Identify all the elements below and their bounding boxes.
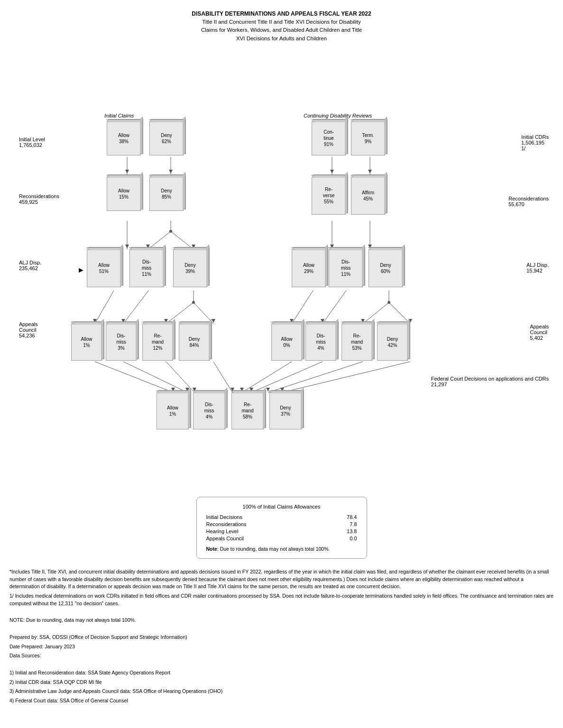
box-dismiss-alj: Dis- miss 11% (129, 249, 164, 287)
box-affirm-label: Affirm (362, 190, 374, 196)
title-line3: Claims for Workers, Widows, and Disabled… (9, 26, 554, 34)
box-allow-fed-label: Allow (167, 405, 178, 411)
title-line4: XVI Decisions for Adults and Children (9, 35, 554, 43)
ac-left-label: Appeals Council (19, 321, 38, 333)
svg-point-53 (169, 230, 172, 233)
level-label-federal: Federal Court Decisions on applications … (431, 376, 549, 387)
box-allow-alj-cdr-pct: 29% (304, 268, 314, 274)
level-label-ac-right: Appeals Council 5,402 (530, 324, 549, 341)
summary-recon-value: 7.8 (350, 521, 357, 527)
alj-right-value: 15,942 (526, 268, 549, 273)
box-dismiss-alj-cdr-pct: 11% (341, 271, 351, 277)
box-term-cdr: Term. 9% (351, 121, 385, 155)
main-title: DISABILITY DETERMINATIONS AND APPEALS FI… (9, 9, 554, 18)
box-dismiss-ac-cdr: Dis- miss 4% (305, 324, 336, 361)
box-deny-initial-label: Deny (161, 132, 172, 138)
ac-right-label: Appeals Council (530, 324, 549, 335)
summary-row-hearing: Hearing Level 13.8 (206, 528, 357, 534)
box-allow-ac: Allow 1% (71, 324, 102, 361)
box-deny-ac-pct: 84% (189, 342, 199, 348)
level-label-recon-left: Reconsiderations 459,925 (19, 193, 59, 205)
box-allow-fed: Allow 1% (157, 392, 189, 429)
cdr-label: Initial CDRs (521, 134, 549, 140)
svg-line-13 (123, 291, 148, 324)
summary-title: 100% of Initial Claims Allowances (206, 504, 357, 510)
svg-line-9 (171, 231, 194, 249)
box-dismiss-alj-cdr: Dis- miss 11% (329, 249, 363, 287)
level-label-recon-right: Reconsiderations 55,670 (508, 196, 549, 207)
title-section: DISABILITY DETERMINATIONS AND APPEALS FI… (9, 9, 554, 43)
svg-line-22 (213, 362, 232, 392)
level-initial-value: 1,765,032 (19, 142, 45, 148)
alj-arrow: ► (77, 266, 85, 274)
svg-marker-3 (169, 170, 173, 173)
level-label-alj-left: ALJ Disp. 235,462 (19, 260, 41, 271)
svg-marker-1 (125, 170, 129, 173)
box-allow-alj-cdr-label: Allow (303, 262, 314, 268)
footnote-prepared: Prepared by: SSA, ODSSI (Office of Decis… (9, 634, 554, 641)
federal-label: Federal Court Decisions on applications … (431, 376, 549, 382)
box-remand-ac-label: Re- mand (152, 333, 164, 345)
level-label-initial: Initial Level 1,765,032 (19, 136, 45, 148)
summary-hearing-value: 13.8 (347, 528, 357, 534)
summary-recon-label: Reconsiderations (206, 521, 247, 527)
footnote-source-3: 3) Administrative Law Judge and Appeals … (9, 688, 554, 695)
box-allow-ac-cdr-label: Allow (281, 336, 293, 342)
summary-row-ac: Appeals Council 0.0 (206, 536, 357, 541)
footnote-rounding: NOTE: Due to rounding, data may not alwa… (9, 617, 554, 624)
recon-right-label: Reconsiderations (508, 196, 549, 201)
box-dismiss-ac-cdr-label: Dis- miss (316, 333, 326, 345)
box-allow-initial: Allow 38% (107, 121, 141, 155)
svg-line-49 (268, 362, 363, 392)
svg-line-26 (123, 362, 187, 392)
footnote-date: Date Prepared: January 2023 (9, 643, 554, 651)
svg-line-16 (166, 302, 194, 324)
svg-line-51 (282, 362, 410, 392)
svg-line-41 (363, 302, 389, 324)
box-dismiss-alj-pct: 11% (142, 271, 151, 277)
box-allow-ac-cdr-pct: 0% (283, 342, 290, 348)
svg-line-43 (389, 302, 410, 324)
diagram-area: Initial Claims Continuing Disability Rev… (9, 51, 554, 487)
box-allow-initial-label: Allow (118, 132, 129, 138)
recon-right-value: 55,670 (508, 201, 549, 207)
box-deny-recon: Deny 85% (149, 177, 184, 211)
box-deny-alj-label: Deny (185, 262, 195, 268)
alj-right-label: ALJ Disp. (526, 262, 549, 268)
summary-rows: Initial Decisions 78.4 Reconsiderations … (206, 514, 357, 541)
summary-note: Note: Due to rounding, data may not alwa… (206, 546, 357, 552)
federal-value: 21,297 (431, 382, 549, 387)
box-allow-initial-pct: 38% (119, 138, 129, 145)
box-deny-ac-cdr-pct: 42% (388, 342, 397, 348)
box-remand-ac-cdr-label: Re- mand (351, 333, 363, 345)
footnote-source-1: 1) Initial and Reconsideration data: SSA… (9, 669, 554, 677)
box-deny-fed: Deny 37% (269, 392, 302, 429)
ac-right-value: 5,402 (530, 335, 549, 341)
footnote-source-2: 2) Initial CDR data: SSA OQP CDR MI file (9, 679, 554, 686)
svg-marker-5 (125, 245, 129, 248)
summary-row-initial: Initial Decisions 78.4 (206, 514, 357, 520)
col-header-cdr: Continuing Disability Reviews (304, 113, 372, 118)
box-allow-ac-label: Allow (81, 336, 92, 342)
box-allow-recon-label: Allow (118, 188, 129, 194)
title-line2: Title II and Concurrent Title II and Tit… (9, 18, 554, 26)
box-remand-fed: Re- mand 58% (231, 392, 264, 429)
level-initial-label: Initial Level (19, 136, 45, 142)
box-dismiss-ac-pct: 3% (118, 345, 124, 351)
summary-hearing-label: Hearing Level (206, 528, 239, 534)
box-allow-alj: Allow 51% (87, 249, 121, 287)
svg-line-47 (251, 362, 323, 392)
summary-initial-label: Initial Decisions (206, 514, 242, 520)
box-remand-ac-cdr: Re- mand 53% (341, 324, 372, 361)
level-label-alj-right: ALJ Disp. 15,942 (526, 262, 549, 273)
box-term-label: Term. (362, 132, 374, 138)
box-allow-fed-pct: 1% (169, 411, 176, 417)
svg-marker-19 (212, 319, 215, 323)
box-continue-pct: 91% (324, 141, 333, 147)
box-deny-recon-pct: 85% (162, 194, 171, 200)
box-deny-ac-cdr: Deny 42% (377, 324, 408, 361)
svg-line-24 (95, 362, 173, 392)
box-allow-ac-cdr: Allow 0% (271, 324, 302, 361)
box-deny-alj-cdr: Deny 60% (369, 249, 403, 287)
summary-ac-value: 0.0 (350, 536, 357, 541)
